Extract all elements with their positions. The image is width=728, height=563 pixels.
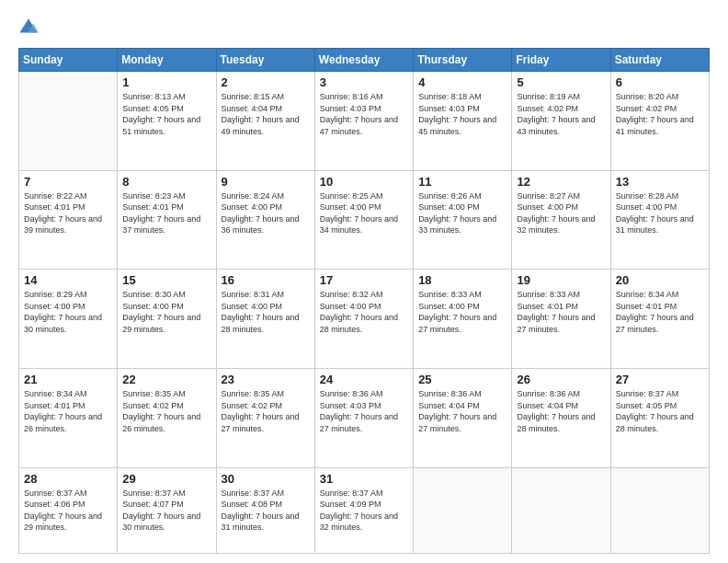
- calendar-cell: 22Sunrise: 8:35 AMSunset: 4:02 PMDayligh…: [118, 368, 216, 467]
- weekday-header-friday: Friday: [512, 49, 610, 72]
- day-number: 30: [222, 472, 310, 486]
- calendar-cell: 14Sunrise: 8:29 AMSunset: 4:00 PMDayligh…: [19, 270, 118, 369]
- logo: [18, 17, 42, 37]
- calendar-cell: [19, 72, 118, 171]
- day-info: Sunrise: 8:31 AMSunset: 4:00 PMDaylight:…: [222, 289, 310, 335]
- day-number: 8: [122, 175, 210, 189]
- calendar-cell: 15Sunrise: 8:30 AMSunset: 4:00 PMDayligh…: [118, 270, 216, 369]
- calendar-cell: 11Sunrise: 8:26 AMSunset: 4:00 PMDayligh…: [414, 170, 512, 270]
- calendar-cell: 2Sunrise: 8:15 AMSunset: 4:04 PMDaylight…: [216, 72, 314, 171]
- calendar-cell: 20Sunrise: 8:34 AMSunset: 4:01 PMDayligh…: [610, 270, 709, 369]
- day-info: Sunrise: 8:35 AMSunset: 4:02 PMDaylight:…: [222, 388, 310, 434]
- logo-icon: [18, 17, 39, 37]
- calendar-cell: 1Sunrise: 8:13 AMSunset: 4:05 PMDaylight…: [118, 72, 216, 171]
- day-number: 29: [122, 472, 210, 486]
- day-info: Sunrise: 8:36 AMSunset: 4:04 PMDaylight:…: [517, 388, 605, 434]
- calendar-cell: 18Sunrise: 8:33 AMSunset: 4:00 PMDayligh…: [414, 270, 512, 369]
- day-number: 1: [122, 75, 210, 89]
- page: SundayMondayTuesdayWednesdayThursdayFrid…: [0, 0, 728, 563]
- calendar-cell: [414, 467, 512, 553]
- week-row-1: 1Sunrise: 8:13 AMSunset: 4:05 PMDaylight…: [19, 72, 710, 171]
- weekday-header-row: SundayMondayTuesdayWednesdayThursdayFrid…: [19, 49, 710, 72]
- calendar-cell: 31Sunrise: 8:37 AMSunset: 4:09 PMDayligh…: [314, 467, 413, 553]
- calendar-cell: 8Sunrise: 8:23 AMSunset: 4:01 PMDaylight…: [118, 170, 216, 270]
- day-number: 9: [222, 175, 310, 189]
- weekday-header-sunday: Sunday: [19, 49, 118, 72]
- day-number: 11: [418, 175, 506, 189]
- day-number: 21: [24, 373, 112, 386]
- day-number: 15: [122, 273, 210, 287]
- day-info: Sunrise: 8:25 AMSunset: 4:00 PMDaylight:…: [320, 190, 408, 236]
- calendar-cell: 4Sunrise: 8:18 AMSunset: 4:03 PMDaylight…: [414, 72, 512, 171]
- day-info: Sunrise: 8:37 AMSunset: 4:09 PMDaylight:…: [320, 488, 408, 534]
- day-number: 4: [418, 75, 506, 89]
- day-info: Sunrise: 8:27 AMSunset: 4:00 PMDaylight:…: [517, 190, 605, 236]
- week-row-2: 7Sunrise: 8:22 AMSunset: 4:01 PMDaylight…: [19, 170, 710, 270]
- day-info: Sunrise: 8:37 AMSunset: 4:06 PMDaylight:…: [24, 488, 112, 534]
- calendar-cell: 26Sunrise: 8:36 AMSunset: 4:04 PMDayligh…: [512, 368, 610, 467]
- calendar-cell: 23Sunrise: 8:35 AMSunset: 4:02 PMDayligh…: [216, 368, 314, 467]
- weekday-header-wednesday: Wednesday: [314, 49, 413, 72]
- day-number: 6: [616, 75, 704, 89]
- day-number: 10: [320, 175, 408, 189]
- calendar-cell: 5Sunrise: 8:19 AMSunset: 4:02 PMDaylight…: [512, 72, 610, 171]
- day-info: Sunrise: 8:23 AMSunset: 4:01 PMDaylight:…: [122, 190, 210, 236]
- day-info: Sunrise: 8:18 AMSunset: 4:03 PMDaylight:…: [418, 91, 506, 137]
- day-info: Sunrise: 8:22 AMSunset: 4:01 PMDaylight:…: [24, 190, 112, 236]
- day-number: 23: [222, 373, 310, 386]
- day-info: Sunrise: 8:32 AMSunset: 4:00 PMDaylight:…: [320, 289, 408, 335]
- day-info: Sunrise: 8:24 AMSunset: 4:00 PMDaylight:…: [222, 190, 310, 236]
- day-info: Sunrise: 8:30 AMSunset: 4:00 PMDaylight:…: [122, 289, 210, 335]
- calendar-cell: 17Sunrise: 8:32 AMSunset: 4:00 PMDayligh…: [314, 270, 413, 369]
- day-number: 19: [517, 273, 605, 287]
- day-number: 3: [320, 75, 408, 89]
- calendar-cell: 12Sunrise: 8:27 AMSunset: 4:00 PMDayligh…: [512, 170, 610, 270]
- weekday-header-thursday: Thursday: [414, 49, 512, 72]
- calendar-cell: 28Sunrise: 8:37 AMSunset: 4:06 PMDayligh…: [19, 467, 118, 553]
- weekday-header-saturday: Saturday: [610, 49, 709, 72]
- day-info: Sunrise: 8:34 AMSunset: 4:01 PMDaylight:…: [616, 289, 704, 335]
- calendar-cell: 27Sunrise: 8:37 AMSunset: 4:05 PMDayligh…: [610, 368, 709, 467]
- day-number: 18: [418, 273, 506, 287]
- week-row-5: 28Sunrise: 8:37 AMSunset: 4:06 PMDayligh…: [19, 467, 710, 553]
- day-number: 2: [222, 75, 310, 89]
- day-info: Sunrise: 8:16 AMSunset: 4:03 PMDaylight:…: [320, 91, 408, 137]
- day-number: 22: [122, 373, 210, 386]
- day-info: Sunrise: 8:15 AMSunset: 4:04 PMDaylight:…: [222, 91, 310, 137]
- day-info: Sunrise: 8:29 AMSunset: 4:00 PMDaylight:…: [24, 289, 112, 335]
- calendar-cell: 9Sunrise: 8:24 AMSunset: 4:00 PMDaylight…: [216, 170, 314, 270]
- day-info: Sunrise: 8:36 AMSunset: 4:03 PMDaylight:…: [320, 388, 408, 434]
- calendar-cell: [610, 467, 709, 553]
- calendar-cell: 30Sunrise: 8:37 AMSunset: 4:08 PMDayligh…: [216, 467, 314, 553]
- day-info: Sunrise: 8:36 AMSunset: 4:04 PMDaylight:…: [418, 388, 506, 434]
- day-number: 5: [517, 75, 605, 89]
- day-number: 27: [616, 373, 704, 386]
- calendar-table: SundayMondayTuesdayWednesdayThursdayFrid…: [18, 48, 710, 554]
- day-number: 14: [24, 273, 112, 287]
- calendar-cell: 24Sunrise: 8:36 AMSunset: 4:03 PMDayligh…: [314, 368, 413, 467]
- day-info: Sunrise: 8:37 AMSunset: 4:07 PMDaylight:…: [122, 488, 210, 534]
- calendar-cell: 16Sunrise: 8:31 AMSunset: 4:00 PMDayligh…: [216, 270, 314, 369]
- day-info: Sunrise: 8:33 AMSunset: 4:01 PMDaylight:…: [517, 289, 605, 335]
- day-number: 16: [222, 273, 310, 287]
- calendar-cell: 7Sunrise: 8:22 AMSunset: 4:01 PMDaylight…: [19, 170, 118, 270]
- calendar-cell: 19Sunrise: 8:33 AMSunset: 4:01 PMDayligh…: [512, 270, 610, 369]
- calendar-cell: 29Sunrise: 8:37 AMSunset: 4:07 PMDayligh…: [118, 467, 216, 553]
- day-number: 20: [616, 273, 704, 287]
- calendar-cell: 21Sunrise: 8:34 AMSunset: 4:01 PMDayligh…: [19, 368, 118, 467]
- calendar-cell: 6Sunrise: 8:20 AMSunset: 4:02 PMDaylight…: [610, 72, 709, 171]
- day-info: Sunrise: 8:26 AMSunset: 4:00 PMDaylight:…: [418, 190, 506, 236]
- day-info: Sunrise: 8:37 AMSunset: 4:08 PMDaylight:…: [222, 488, 310, 534]
- day-number: 25: [418, 373, 506, 386]
- calendar-cell: 3Sunrise: 8:16 AMSunset: 4:03 PMDaylight…: [314, 72, 413, 171]
- day-number: 26: [517, 373, 605, 386]
- day-info: Sunrise: 8:13 AMSunset: 4:05 PMDaylight:…: [122, 91, 210, 137]
- day-number: 31: [320, 472, 408, 486]
- day-info: Sunrise: 8:34 AMSunset: 4:01 PMDaylight:…: [24, 388, 112, 434]
- weekday-header-tuesday: Tuesday: [216, 49, 314, 72]
- day-info: Sunrise: 8:28 AMSunset: 4:00 PMDaylight:…: [616, 190, 704, 236]
- calendar-cell: [512, 467, 610, 553]
- day-info: Sunrise: 8:37 AMSunset: 4:05 PMDaylight:…: [616, 388, 704, 434]
- day-number: 13: [616, 175, 704, 189]
- week-row-4: 21Sunrise: 8:34 AMSunset: 4:01 PMDayligh…: [19, 368, 710, 467]
